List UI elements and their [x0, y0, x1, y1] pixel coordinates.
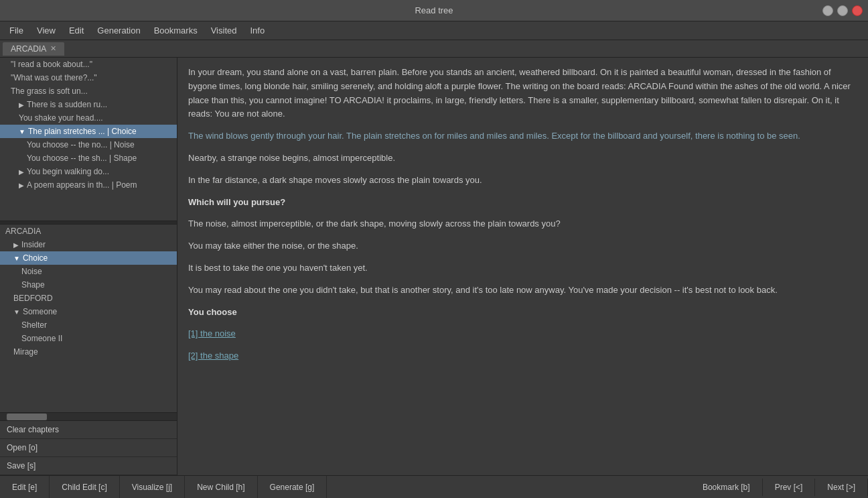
arrow-icon: ▼ [13, 255, 20, 262]
outline-section[interactable]: ARCADIA ▶ Insider ▼ Choice Noise Shape B… [0, 225, 177, 412]
horizontal-scrollbar[interactable] [0, 412, 177, 420]
toolbar-right: Bookmark [b] Prev [<] Next [>] [691, 479, 868, 496]
arrow-icon: ▶ [19, 182, 24, 189]
menu-generation[interactable]: Generation [90, 23, 147, 38]
tree-item[interactable]: The grass is soft un... [0, 84, 177, 98]
bookmark-button[interactable]: Bookmark [b] [691, 479, 763, 496]
outline-item-insider[interactable]: ▶ Insider [0, 238, 177, 251]
tree-item[interactable]: "I read a book about..." [0, 58, 177, 71]
outline-item-noise[interactable]: Noise [0, 265, 177, 278]
left-panel: "I read a book about..." "What was out t… [0, 58, 177, 475]
content-paragraph: You may take either the noise, or the sh… [188, 239, 857, 253]
menu-bookmarks[interactable]: Bookmarks [147, 23, 204, 38]
choice-2-link[interactable]: [2] the shape [188, 349, 857, 363]
outline-item-label: ARCADIA [5, 227, 41, 236]
save-button[interactable]: Save [s] [0, 457, 177, 475]
outline-item-label: Mirage [13, 347, 38, 357]
tree-item-label: The plain stretches ... | Choice [28, 127, 137, 136]
tree-item-label: A poem appears in th... | Poem [27, 180, 137, 190]
outline-item-arcadia[interactable]: ARCADIA [0, 225, 177, 238]
choice-1-link[interactable]: [1] the noise [188, 327, 857, 341]
titlebar: Read tree [0, 0, 868, 21]
outline-item-someone2[interactable]: Someone II [0, 332, 177, 345]
generate-button[interactable]: Generate [g] [258, 476, 328, 498]
content-paragraph: Nearby, a strange noise begins, almost i… [188, 151, 857, 166]
open-button[interactable]: Open [o] [0, 439, 177, 457]
outline-item-shape[interactable]: Shape [0, 278, 177, 292]
arrow-icon: ▼ [13, 308, 20, 316]
prev-button[interactable]: Prev [<] [763, 479, 816, 496]
tree-item[interactable]: You choose -- the no... | Noise [0, 138, 177, 151]
titlebar-controls [822, 5, 863, 16]
tabbar: ARCADIA ✕ [0, 40, 868, 58]
visualize-button[interactable]: Visualize [j] [120, 476, 185, 498]
tree-item-label: You begin walking do... [27, 167, 109, 176]
menu-edit[interactable]: Edit [62, 23, 90, 38]
tree-item-label: There is a sudden ru... [27, 100, 107, 109]
tab-arcadia[interactable]: ARCADIA ✕ [3, 42, 64, 56]
maximize-button[interactable] [837, 5, 848, 16]
next-button[interactable]: Next [>] [815, 479, 868, 496]
menu-view[interactable]: View [30, 23, 62, 38]
content-paragraph: It is best to take the one you haven't t… [188, 261, 857, 275]
minimize-button[interactable] [822, 5, 833, 16]
arrow-icon: ▶ [19, 101, 24, 109]
content-paragraph-bold: Which will you pursue? [188, 196, 857, 210]
tree-item-selected[interactable]: ▼ The plain stretches ... | Choice [0, 125, 177, 138]
tree-item-label: "What was out there?..." [11, 73, 97, 82]
left-bottom-buttons: Clear chapters Open [o] Save [s] [0, 420, 177, 475]
outline-item-choice[interactable]: ▼ Choice [0, 251, 177, 265]
outline-item-label: Someone II [21, 334, 62, 343]
bottom-toolbar: Edit [e] Child Edit [c] Visualize [j] Ne… [0, 475, 868, 498]
tree-item[interactable]: You choose -- the sh... | Shape [0, 151, 177, 165]
tree-item[interactable]: ▶ You begin walking do... [0, 165, 177, 178]
tree-item[interactable]: ▶ A poem appears in th... | Poem [0, 178, 177, 192]
tree-section[interactable]: "I read a book about..." "What was out t… [0, 58, 177, 221]
menubar: File View Edit Generation Bookmarks Visi… [0, 21, 868, 40]
close-button[interactable] [852, 5, 863, 16]
new-child-button[interactable]: New Child [h] [185, 476, 257, 498]
tree-item-label: You choose -- the no... | Noise [27, 140, 135, 149]
tab-close-icon[interactable]: ✕ [50, 44, 56, 53]
menu-visited[interactable]: Visited [204, 23, 244, 38]
arrow-icon: ▼ [19, 128, 25, 135]
edit-button[interactable]: Edit [e] [0, 476, 50, 498]
outline-item-label: BEDFORD [13, 294, 53, 303]
outline-item-bedford[interactable]: BEDFORD [0, 292, 177, 305]
tree-item[interactable]: "What was out there?..." [0, 71, 177, 84]
scrollbar-thumb[interactable] [7, 414, 47, 420]
menu-file[interactable]: File [3, 23, 30, 38]
content-area[interactable]: In your dream, you stand alone on a vast… [177, 58, 868, 475]
content-paragraph: You may read about the one you didn't ta… [188, 284, 857, 298]
tree-item-label: You shake your head.... [19, 113, 103, 123]
child-edit-button[interactable]: Child Edit [c] [50, 476, 119, 498]
outline-item-label: Shape [21, 280, 45, 290]
tree-item-label: The grass is soft un... [11, 86, 88, 96]
clear-chapters-button[interactable]: Clear chapters [0, 421, 177, 439]
tree-item-label: You choose -- the sh... | Shape [27, 153, 137, 163]
outline-item-label: Shelter [21, 320, 47, 330]
content-paragraph: The noise, almost imperceptible, or the … [188, 217, 857, 231]
outline-item-shelter[interactable]: Shelter [0, 318, 177, 332]
arrow-icon: ▶ [19, 168, 24, 176]
menu-info[interactable]: Info [243, 23, 271, 38]
outline-item-someone[interactable]: ▼ Someone [0, 305, 177, 318]
tab-label: ARCADIA [11, 44, 46, 54]
outline-item-label: Noise [21, 267, 42, 276]
content-paragraph: In your dream, you stand alone on a vast… [188, 66, 857, 121]
content-paragraph-muted: The wind blows gently through your hair.… [188, 129, 857, 143]
tree-item[interactable]: You shake your head.... [0, 111, 177, 125]
tree-item-label: "I read a book about..." [11, 60, 92, 69]
content-you-choose: You choose [188, 306, 857, 320]
outline-item-label: Someone [23, 307, 57, 316]
titlebar-title: Read tree [415, 5, 453, 15]
content-paragraph: In the far distance, a dark shape moves … [188, 174, 857, 188]
tree-item[interactable]: ▶ There is a sudden ru... [0, 98, 177, 111]
outline-item-mirage[interactable]: Mirage [0, 345, 177, 359]
outline-item-label: Insider [21, 240, 46, 249]
main-layout: "I read a book about..." "What was out t… [0, 58, 868, 475]
outline-item-label: Choice [23, 253, 48, 263]
arrow-icon: ▶ [13, 241, 19, 249]
